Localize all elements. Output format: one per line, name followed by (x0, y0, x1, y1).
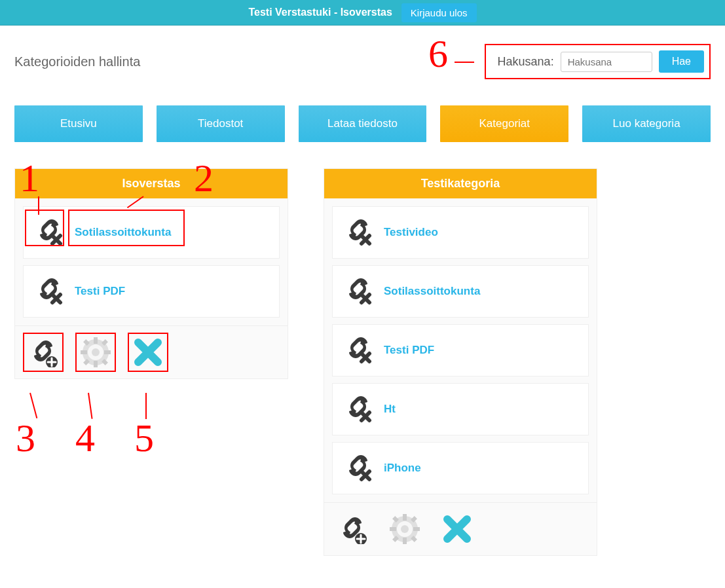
top-bar: Testi Verstastuki - Isoverstas Kirjaudu … (0, 0, 725, 26)
card-body: Testivideo Sotilassoittokunta Testi PDF … (324, 198, 597, 502)
unlink-icon[interactable] (343, 275, 373, 308)
item-link[interactable]: Sotilassoittokunta (75, 226, 171, 239)
logout-button[interactable]: Kirjaudu ulos (401, 3, 477, 22)
search-box: Hakusana: Hae (485, 44, 711, 79)
list-item: Ht (332, 383, 589, 435)
search-button[interactable]: Hae (659, 50, 704, 73)
delete-button[interactable] (128, 333, 168, 372)
list-item: Testivideo (332, 206, 589, 259)
list-item: Testi PDF (332, 324, 589, 377)
nav-row: Etusivu Tiedostot Lataa tiedosto Kategor… (14, 105, 711, 142)
card-header: Testikategoria (324, 169, 597, 198)
list-item: iPhone (332, 442, 589, 494)
card-body: Sotilassoittokunta Testi PDF (15, 198, 288, 325)
item-link[interactable]: Testi PDF (75, 285, 125, 298)
item-link[interactable]: Testi PDF (384, 344, 434, 357)
unlink-icon[interactable] (343, 452, 373, 485)
settings-button[interactable] (75, 333, 116, 372)
item-link[interactable]: Ht (384, 403, 396, 416)
page-title: Kategorioiden hallinta (14, 54, 140, 69)
unlink-icon[interactable] (343, 216, 373, 249)
unlink-icon[interactable] (343, 334, 373, 367)
nav-frontpage[interactable]: Etusivu (14, 105, 143, 142)
unlink-icon[interactable] (343, 393, 373, 426)
add-link-button[interactable] (332, 509, 373, 549)
item-link[interactable]: iPhone (384, 462, 421, 475)
nav-create-category[interactable]: Luo kategoria (582, 105, 711, 142)
unlink-icon[interactable] (34, 275, 64, 308)
list-item: Sotilassoittokunta (332, 265, 589, 318)
card-footer (324, 502, 597, 555)
add-link-button[interactable] (23, 333, 64, 372)
delete-button[interactable] (437, 509, 477, 549)
settings-button[interactable] (384, 509, 425, 549)
search-input[interactable] (561, 52, 652, 72)
list-item: Testi PDF (23, 265, 280, 318)
item-link[interactable]: Sotilassoittokunta (384, 285, 480, 298)
nav-upload[interactable]: Lataa tiedosto (299, 105, 427, 142)
card-footer (15, 325, 288, 378)
category-card: Isoverstas Sotilassoittokunta Testi PDF (14, 168, 288, 379)
list-item: Sotilassoittokunta (23, 206, 280, 259)
category-card: Testikategoria Testivideo Sotilassoittok… (324, 168, 597, 556)
nav-categories[interactable]: Kategoriat (440, 105, 568, 142)
nav-files[interactable]: Tiedostot (157, 105, 285, 142)
app-title: Testi Verstastuki - Isoverstas (248, 7, 392, 18)
card-header: Isoverstas (15, 169, 288, 198)
search-label: Hakusana: (498, 55, 554, 69)
unlink-icon[interactable] (34, 216, 64, 249)
item-link[interactable]: Testivideo (384, 226, 438, 239)
